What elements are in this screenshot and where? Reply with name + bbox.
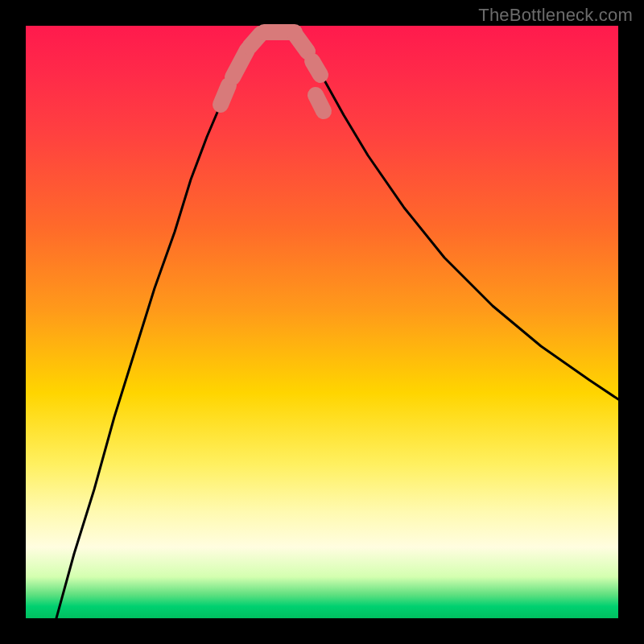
- curve-layer: [56, 29, 618, 618]
- marker-right-seg-3: [316, 95, 324, 111]
- curve-left-branch: [56, 31, 266, 618]
- watermark-text: TheBottleneck.com: [478, 5, 633, 26]
- plot-area: [26, 26, 618, 618]
- curve-right-branch: [291, 31, 618, 399]
- marker-right-seg-2: [312, 61, 320, 75]
- curve-svg: [26, 26, 618, 618]
- marker-left-seg-2: [233, 50, 247, 77]
- marker-left-seg-1: [221, 85, 229, 105]
- chart-frame: TheBottleneck.com: [0, 0, 644, 644]
- marker-layer: [221, 32, 324, 111]
- marker-right-seg-1: [295, 34, 308, 52]
